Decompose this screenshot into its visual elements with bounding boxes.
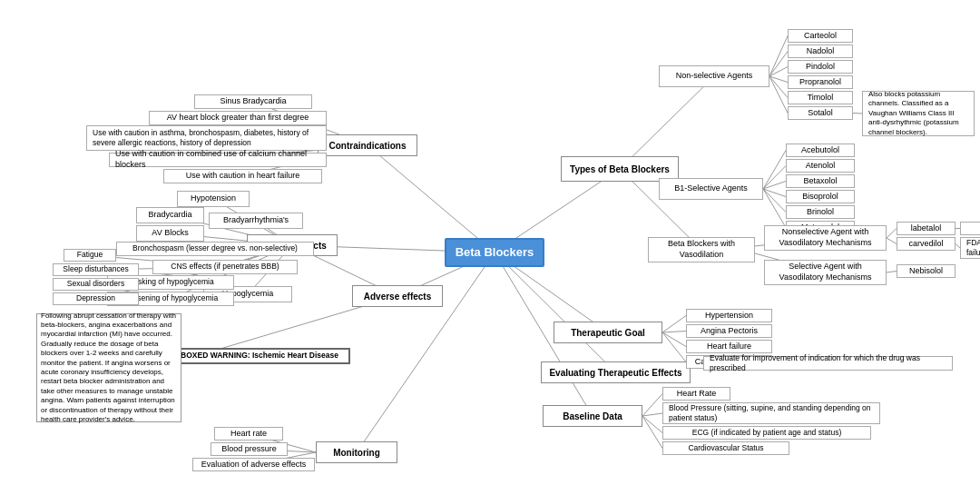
svg-line-27 (763, 189, 786, 213)
svg-line-16 (769, 36, 788, 77)
svg-line-13 (620, 76, 714, 169)
b1-betaxolol: Betaxolol (786, 174, 855, 188)
cns-depression: Depression (53, 292, 139, 305)
category-baseline: Baseline Data (543, 405, 642, 427)
selective-vaso: Selective Agent with Vasodilatory Mechan… (764, 260, 887, 285)
ns-pindolol: Pindolol (788, 60, 853, 74)
svg-line-24 (763, 166, 786, 190)
cns-sexual: Sexual disorders (53, 278, 139, 291)
ns-carteolol: Carteolol (788, 29, 853, 43)
center-node: Beta Blockers (445, 238, 544, 267)
svg-line-59 (642, 416, 662, 433)
svg-line-19 (769, 76, 788, 83)
th-heart-failure: Heart failure (686, 340, 772, 353)
adverse-broncho: Bronchospasm (lesser degree vs. non-sele… (116, 242, 314, 256)
contra-sinus: Sinus Bradycardia (194, 94, 312, 109)
b1-selective-agents: B1-Selective Agents (659, 178, 763, 200)
non-selective-agents: Non-selective Agents (659, 65, 769, 87)
vaso-labetalol: labetalol (897, 222, 956, 235)
contra-calcium: Use with caution in combined use of calc… (109, 153, 327, 167)
category-contraindications: Contraindications (318, 134, 417, 156)
svg-line-21 (769, 76, 788, 114)
adverse-hypotension: Hypotension (177, 191, 250, 207)
contra-av-block: AV heart block greater than first degree (149, 111, 327, 125)
svg-line-54 (662, 332, 686, 347)
evaluating-leaf: Evaluate for improvement of indication f… (703, 356, 953, 371)
b1-atenolol: Atenolol (786, 159, 855, 173)
mon-heart-rate: Heart rate (214, 427, 283, 441)
ns-propranolol: Propranolol (788, 75, 853, 89)
baseline-cardio: Cardiovascular Status (662, 441, 789, 455)
svg-line-20 (769, 76, 788, 98)
category-therapeutic: Therapeutic Goal (554, 322, 662, 343)
category-evaluating: Evaluating Therapeutic Effects (541, 361, 691, 383)
mon-blood-pressure: Blood pressure (211, 442, 288, 456)
svg-line-18 (769, 67, 788, 77)
baseline-ecg: ECG (if indicated by patient age and sta… (662, 426, 871, 440)
adverse-cns: CNS effects (if penetrates BBB) (152, 260, 298, 274)
fda-approved-note: FDA approved for heart failure (960, 237, 980, 259)
boxed-warning-label: BOXED WARNING: Ischemic Heart Disease (169, 348, 350, 364)
vaso-nebisolol: Nebisolol (897, 264, 956, 278)
svg-line-5 (495, 252, 616, 372)
baseline-blood-pressure: Blood Pressure (sitting, supine, and sta… (662, 402, 880, 424)
category-monitoring: Monitoring (316, 441, 397, 463)
adverse-bradycardia: Bradycardia (136, 207, 204, 223)
svg-line-25 (763, 182, 786, 190)
th-hypertension: Hypertension (686, 309, 772, 322)
cns-sleep: Sleep disturbances (53, 263, 139, 276)
svg-line-22 (853, 114, 862, 114)
svg-line-1 (368, 145, 495, 252)
sotalol-note: Also blocks potassium channels. Classifi… (862, 91, 975, 136)
svg-line-23 (763, 151, 786, 190)
svg-line-55 (662, 332, 686, 362)
nonselective-vaso: Nonselective Agent with Vasodilatory Mec… (764, 225, 887, 251)
adverse-av-blocks: AV Blocks (136, 225, 204, 242)
b1-acebutolol: Acebutolol (786, 144, 855, 157)
svg-line-26 (763, 189, 786, 197)
svg-line-52 (662, 316, 686, 333)
svg-line-28 (763, 189, 786, 228)
svg-line-17 (769, 52, 788, 77)
th-angina: Angina Pectoris (686, 324, 772, 338)
cns-fatigue: Fatigue (64, 249, 116, 262)
svg-line-7 (357, 252, 495, 452)
ns-timolol: Timolol (788, 91, 853, 104)
contra-caution-asthma: Use with caution in asthma, bronchospasm… (86, 125, 327, 151)
svg-line-32 (887, 238, 897, 244)
category-adverse-effects: Adverse effects (352, 285, 443, 307)
safe-pregnancy-note: Safe for pregnancy (960, 222, 980, 235)
baseline-heart-rate: Heart Rate (662, 387, 730, 401)
b1-bisoprolol: Bisoprolol (786, 190, 855, 203)
adverse-bradyarrhythmia: Bradyarrhythmia's (209, 213, 303, 229)
vaso-carvedilol: carvedilol (897, 237, 956, 251)
mindmap-canvas: Beta Blockers Types of Beta Blockers Con… (0, 0, 980, 495)
svg-line-33 (887, 272, 897, 273)
mon-adverse: Evaluation of adverse effects (192, 458, 315, 471)
svg-line-58 (642, 413, 662, 416)
vasodilation-agents: Beta Blockers with Vasodilation (648, 237, 755, 262)
svg-line-31 (887, 229, 897, 239)
contra-heart-failure: Use with caution in heart failure (163, 169, 322, 183)
ns-nadolol: Nadolol (788, 45, 853, 58)
ns-sotalol: Sotalol (788, 106, 853, 120)
svg-line-60 (642, 416, 662, 449)
b1-brinolol: Brinolol (786, 205, 855, 219)
boxed-warning-text: Following abrupt cessation of therapy wi… (36, 313, 181, 422)
svg-line-53 (662, 332, 686, 333)
svg-line-57 (642, 394, 662, 417)
